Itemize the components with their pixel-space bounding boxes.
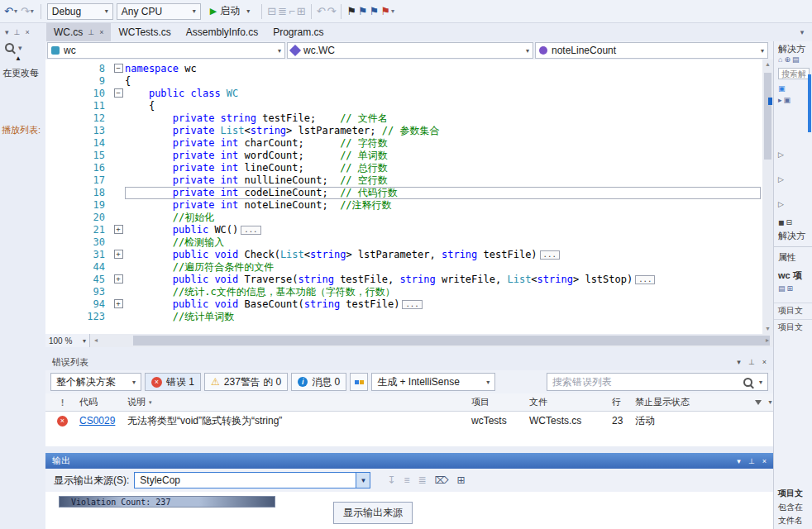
go-to-next-message-icon[interactable]: ≣ <box>418 474 426 486</box>
errors-filter-button[interactable]: × 错误 1 <box>145 373 201 391</box>
property-label[interactable]: 文件名 <box>778 515 803 527</box>
document-overflow-icon[interactable]: ▾ <box>792 23 812 41</box>
toggle-word-wrap-icon[interactable]: ⊞ <box>456 474 465 486</box>
solution-configuration-dropdown[interactable]: Debug ▾ <box>47 3 113 20</box>
vertical-scroll-thumb[interactable] <box>764 73 771 160</box>
property-grid-row[interactable]: 项目文 <box>774 303 812 318</box>
file-column[interactable]: 文件 <box>525 396 608 408</box>
document-tab[interactable]: WCTests.cs <box>111 23 178 41</box>
fold-margin[interactable]: + <box>112 249 125 261</box>
clear-bookmarks-icon[interactable]: ⚑ <box>380 5 390 17</box>
code-line[interactable]: 17 private int nullLineCount; // 空行数 <box>45 174 762 187</box>
pin-icon[interactable]: ⊥ <box>748 457 755 465</box>
debug-step-icon[interactable]: ⊟ <box>267 5 276 17</box>
scroll-right-icon[interactable]: ▸ <box>762 334 773 347</box>
window-position-icon[interactable]: ▾ <box>737 457 741 465</box>
editor-vertical-scrollbar[interactable]: ▲ ▼ <box>762 60 773 334</box>
selected-property-label[interactable]: 项目文 <box>778 488 803 499</box>
start-debugging-button[interactable]: ▶ 启动 ▾ <box>205 3 255 20</box>
severity-column[interactable]: ! <box>45 398 75 407</box>
property-grid-row[interactable]: 项目文 <box>774 319 812 335</box>
clear-all-icon[interactable]: ⌦ <box>434 474 448 486</box>
solution-platform-dropdown[interactable]: Any CPU ▾ <box>117 3 201 20</box>
chevron-down-icon[interactable]: ▾ <box>759 379 762 386</box>
code-line[interactable]: 20 //初始化 <box>45 212 762 224</box>
description-column[interactable]: 说明▾ <box>123 396 467 408</box>
navigate-forward-chevron-icon[interactable]: ▾ <box>31 7 34 15</box>
search-row[interactable]: ▾ <box>5 43 22 52</box>
debug-restart-icon[interactable]: ⊞ <box>297 5 306 17</box>
warnings-filter-button[interactable]: ⚠ 237警告 的 0 <box>204 373 288 391</box>
document-tab[interactable]: Program.cs <box>265 23 331 41</box>
find-message-icon[interactable]: ↧ <box>387 474 395 486</box>
error-search-input[interactable]: 搜索错误列表 ▾ <box>547 373 768 391</box>
code-line[interactable]: 12 private string testFile; // 文件名 <box>45 112 762 125</box>
previous-bookmark-icon[interactable]: ⚑ <box>370 5 380 17</box>
code-line[interactable]: 30 //检测输入 <box>45 236 762 249</box>
messages-filter-button[interactable]: i 消息 0 <box>291 373 346 391</box>
next-bookmark-icon[interactable]: ⚑ <box>358 5 368 17</box>
document-tab[interactable]: AssemblyInfo.cs <box>179 23 265 41</box>
fold-margin[interactable]: − <box>112 63 125 75</box>
fold-margin[interactable]: − <box>112 88 125 100</box>
clear-filters-button[interactable] <box>350 373 368 391</box>
property-label[interactable]: 包含在 <box>778 502 803 513</box>
code-line[interactable]: 21+ public WC()... <box>45 224 762 236</box>
expand-icon[interactable]: + <box>114 274 123 284</box>
solution-node-icon[interactable]: ▣ <box>778 84 787 93</box>
editor-horizontal-scrollbar[interactable]: ◂ ▸ <box>90 334 773 347</box>
chevron-down-icon[interactable]: ▾ <box>5 28 9 36</box>
line-column[interactable]: 行 <box>608 396 631 408</box>
scroll-down-icon[interactable]: ▼ <box>762 324 773 334</box>
debug-step-over-icon[interactable]: ≣ <box>278 5 287 17</box>
navigate-back-chevron-icon[interactable]: ▾ <box>14 7 17 15</box>
code-line[interactable]: 16 private int lineCount; // 总行数 <box>45 162 762 174</box>
collapse-icon[interactable]: − <box>114 64 123 73</box>
close-icon[interactable]: × <box>25 28 29 36</box>
chevron-down-icon[interactable]: ▼ <box>356 473 370 488</box>
solution-search-input[interactable]: 搜索解 <box>778 68 810 79</box>
expand-icon[interactable]: + <box>114 250 123 259</box>
document-tab[interactable]: WC.cs⊥× <box>46 23 111 41</box>
output-content[interactable]: Violation Count: 237 显示输出来源 <box>45 492 773 529</box>
collapse-icon[interactable]: − <box>114 88 123 98</box>
type-dropdown[interactable]: wc.WC ▾ <box>287 42 533 59</box>
error-list-header[interactable]: 错误列表 ▾ ⊥ × <box>45 354 773 370</box>
suppression-state-column[interactable]: 禁止显示状态▼ <box>631 396 773 408</box>
chevron-right-icon[interactable]: ▷ <box>778 200 784 208</box>
code-line[interactable]: 14 private int charCount; // 字符数 <box>45 137 762 150</box>
code-line[interactable]: 44 //遍历符合条件的文件 <box>45 261 762 274</box>
navigate-forward-icon[interactable]: ↷ <box>21 5 30 17</box>
code-line[interactable]: 19 private int noteLineCount; //注释行数 <box>45 199 762 212</box>
undo-icon[interactable]: ↶ <box>317 5 326 17</box>
fold-margin[interactable]: + <box>112 224 125 236</box>
scroll-left-icon[interactable]: ◂ <box>90 334 102 347</box>
toolbar-overflow-icon[interactable]: ▾ <box>391 7 394 15</box>
redo-icon[interactable]: ↷ <box>327 5 337 17</box>
code-line[interactable]: 93 //统计.c文件的信息，基本功能（字符数，行数） <box>45 286 762 298</box>
chevron-right-icon[interactable]: ▷ <box>778 150 784 159</box>
code-line[interactable]: 123 //统计单词数 <box>45 311 762 323</box>
error-row[interactable]: ×CS0029无法将类型“void”隐式转换为“string”wcTestsWC… <box>45 412 773 430</box>
debug-step-out-icon[interactable]: ⌐ <box>289 5 295 17</box>
code-line[interactable]: 94+ public void BaseCount(string testFil… <box>45 298 762 311</box>
close-icon[interactable]: × <box>762 358 767 366</box>
code-line[interactable]: 45+ public void Traverse(string testFile… <box>45 274 762 286</box>
close-icon[interactable]: × <box>762 457 767 465</box>
code-line[interactable]: 13 private List<string> lstParameter; //… <box>45 125 762 137</box>
output-source-dropdown[interactable]: StyleCop ▼ <box>134 472 370 488</box>
code-line[interactable]: 10− public class WC <box>45 88 762 100</box>
solution-explorer-tab[interactable]: 解决方 <box>778 230 805 242</box>
pin-icon[interactable]: ⊥ <box>748 358 755 366</box>
expand-icon[interactable]: + <box>114 299 123 308</box>
code-line[interactable]: 15 private int wordCount; // 单词数 <box>45 150 762 162</box>
collapse-up-icon[interactable]: ▲ <box>15 55 21 62</box>
close-icon[interactable]: × <box>99 28 103 36</box>
pin-icon[interactable]: ⊥ <box>14 28 21 36</box>
project-column[interactable]: 项目 <box>467 396 525 408</box>
code-line[interactable]: 11 { <box>45 100 762 112</box>
build-intellisense-dropdown[interactable]: 生成 + IntelliSense ▾ <box>371 373 495 391</box>
project-dropdown[interactable]: wc ▾ <box>47 42 285 59</box>
error-code-link[interactable]: CS0029 <box>79 415 115 427</box>
member-dropdown[interactable]: noteLineCount ▾ <box>535 42 768 59</box>
